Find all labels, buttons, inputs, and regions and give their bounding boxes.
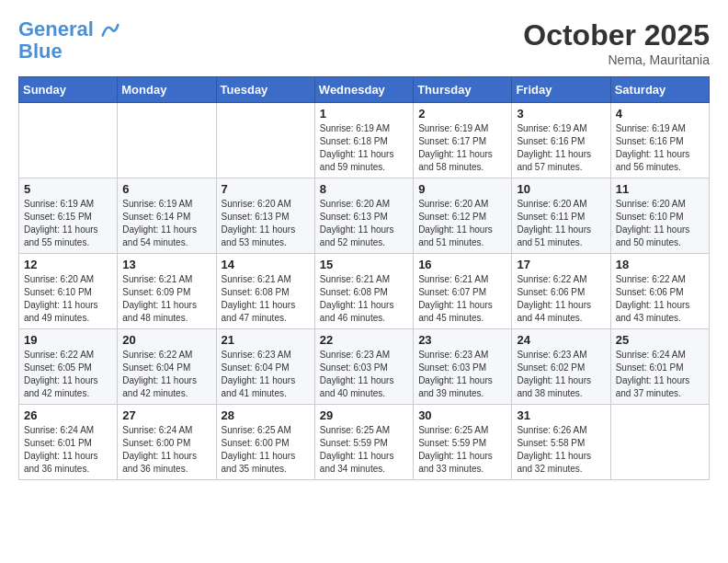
day-number: 31 <box>517 408 605 422</box>
calendar-cell: 6Sunrise: 6:19 AMSunset: 6:14 PMDaylight… <box>118 178 216 254</box>
calendar-cell <box>216 103 314 178</box>
day-number: 18 <box>616 258 704 271</box>
day-number: 30 <box>418 408 506 422</box>
calendar-week-row: 1Sunrise: 6:19 AMSunset: 6:18 PMDaylight… <box>19 103 710 178</box>
calendar-week-row: 5Sunrise: 6:19 AMSunset: 6:15 PMDaylight… <box>19 178 710 254</box>
weekday-header: Sunday <box>19 77 118 103</box>
day-info: Sunrise: 6:23 AMSunset: 6:02 PMDaylight:… <box>517 349 605 400</box>
day-info: Sunrise: 6:19 AMSunset: 6:15 PMDaylight:… <box>24 198 112 249</box>
day-number: 3 <box>517 107 605 121</box>
day-info: Sunrise: 6:25 AMSunset: 6:00 PMDaylight:… <box>222 424 310 476</box>
day-info: Sunrise: 6:20 AMSunset: 6:10 PMDaylight:… <box>24 273 112 325</box>
calendar-week-row: 19Sunrise: 6:22 AMSunset: 6:05 PMDayligh… <box>19 329 710 405</box>
day-info: Sunrise: 6:21 AMSunset: 6:08 PMDaylight:… <box>222 273 310 325</box>
calendar-cell: 10Sunrise: 6:20 AMSunset: 6:11 PMDayligh… <box>512 178 610 254</box>
calendar-cell: 5Sunrise: 6:19 AMSunset: 6:15 PMDaylight… <box>19 178 118 254</box>
day-number: 17 <box>517 258 605 271</box>
calendar-cell: 25Sunrise: 6:24 AMSunset: 6:01 PMDayligh… <box>610 329 709 405</box>
calendar-cell <box>118 103 216 178</box>
calendar-cell: 22Sunrise: 6:23 AMSunset: 6:03 PMDayligh… <box>314 329 413 405</box>
weekday-header: Saturday <box>610 77 709 103</box>
day-number: 6 <box>122 182 210 196</box>
day-info: Sunrise: 6:19 AMSunset: 6:18 PMDaylight:… <box>320 122 408 174</box>
calendar-cell: 3Sunrise: 6:19 AMSunset: 6:16 PMDaylight… <box>512 103 610 178</box>
day-number: 4 <box>616 107 704 121</box>
day-info: Sunrise: 6:23 AMSunset: 6:03 PMDaylight:… <box>320 349 408 400</box>
calendar-cell: 18Sunrise: 6:22 AMSunset: 6:06 PMDayligh… <box>610 254 709 329</box>
calendar-cell: 16Sunrise: 6:21 AMSunset: 6:07 PMDayligh… <box>414 254 512 329</box>
day-number: 10 <box>517 182 605 196</box>
calendar-cell: 8Sunrise: 6:20 AMSunset: 6:13 PMDaylight… <box>314 178 413 254</box>
day-info: Sunrise: 6:21 AMSunset: 6:07 PMDaylight:… <box>418 273 506 325</box>
weekday-header: Tuesday <box>216 77 314 103</box>
day-info: Sunrise: 6:26 AMSunset: 5:58 PMDaylight:… <box>517 424 605 476</box>
day-info: Sunrise: 6:20 AMSunset: 6:13 PMDaylight:… <box>320 198 408 249</box>
day-info: Sunrise: 6:23 AMSunset: 6:04 PMDaylight:… <box>222 349 310 400</box>
day-number: 22 <box>320 333 408 347</box>
calendar-cell: 1Sunrise: 6:19 AMSunset: 6:18 PMDaylight… <box>314 103 413 178</box>
calendar-cell: 14Sunrise: 6:21 AMSunset: 6:08 PMDayligh… <box>216 254 314 329</box>
day-number: 8 <box>320 182 408 196</box>
calendar-table: SundayMondayTuesdayWednesdayThursdayFrid… <box>18 76 710 480</box>
weekday-header: Friday <box>512 77 610 103</box>
weekday-header: Wednesday <box>314 77 413 103</box>
calendar-cell: 7Sunrise: 6:20 AMSunset: 6:13 PMDaylight… <box>216 178 314 254</box>
calendar-cell: 28Sunrise: 6:25 AMSunset: 6:00 PMDayligh… <box>216 405 314 480</box>
header-row: SundayMondayTuesdayWednesdayThursdayFrid… <box>19 77 710 103</box>
logo: General Blue <box>18 18 119 63</box>
day-number: 1 <box>320 107 408 121</box>
day-number: 24 <box>517 333 605 347</box>
day-number: 7 <box>222 182 310 196</box>
calendar-cell: 29Sunrise: 6:25 AMSunset: 5:59 PMDayligh… <box>314 405 413 480</box>
calendar-cell: 2Sunrise: 6:19 AMSunset: 6:17 PMDaylight… <box>414 103 512 178</box>
calendar-cell: 12Sunrise: 6:20 AMSunset: 6:10 PMDayligh… <box>19 254 118 329</box>
day-info: Sunrise: 6:20 AMSunset: 6:11 PMDaylight:… <box>517 198 605 249</box>
title-block: October 2025 Nema, Mauritania <box>523 18 710 67</box>
day-number: 11 <box>616 182 704 196</box>
calendar-cell: 19Sunrise: 6:22 AMSunset: 6:05 PMDayligh… <box>19 329 118 405</box>
day-info: Sunrise: 6:20 AMSunset: 6:12 PMDaylight:… <box>418 198 506 249</box>
day-number: 9 <box>418 182 506 196</box>
day-number: 15 <box>320 258 408 271</box>
location: Nema, Mauritania <box>523 52 710 67</box>
weekday-header: Thursday <box>414 77 512 103</box>
calendar-cell: 27Sunrise: 6:24 AMSunset: 6:00 PMDayligh… <box>118 405 216 480</box>
day-number: 14 <box>222 258 310 271</box>
calendar-cell: 17Sunrise: 6:22 AMSunset: 6:06 PMDayligh… <box>512 254 610 329</box>
day-number: 26 <box>24 408 112 422</box>
calendar-cell: 13Sunrise: 6:21 AMSunset: 6:09 PMDayligh… <box>118 254 216 329</box>
day-info: Sunrise: 6:23 AMSunset: 6:03 PMDaylight:… <box>418 349 506 400</box>
day-info: Sunrise: 6:19 AMSunset: 6:16 PMDaylight:… <box>616 122 704 174</box>
day-number: 28 <box>222 408 310 422</box>
day-info: Sunrise: 6:25 AMSunset: 5:59 PMDaylight:… <box>418 424 506 476</box>
day-number: 12 <box>24 258 112 271</box>
calendar-cell: 9Sunrise: 6:20 AMSunset: 6:12 PMDaylight… <box>414 178 512 254</box>
day-info: Sunrise: 6:22 AMSunset: 6:04 PMDaylight:… <box>122 349 210 400</box>
calendar-cell: 20Sunrise: 6:22 AMSunset: 6:04 PMDayligh… <box>118 329 216 405</box>
day-number: 20 <box>122 333 210 347</box>
day-number: 21 <box>222 333 310 347</box>
calendar-week-row: 26Sunrise: 6:24 AMSunset: 6:01 PMDayligh… <box>19 405 710 480</box>
day-number: 16 <box>418 258 506 271</box>
day-number: 25 <box>616 333 704 347</box>
day-info: Sunrise: 6:21 AMSunset: 6:09 PMDaylight:… <box>122 273 210 325</box>
calendar-cell: 23Sunrise: 6:23 AMSunset: 6:03 PMDayligh… <box>414 329 512 405</box>
logo-text: General <box>18 18 119 40</box>
day-info: Sunrise: 6:22 AMSunset: 6:06 PMDaylight:… <box>517 273 605 325</box>
day-info: Sunrise: 6:24 AMSunset: 6:00 PMDaylight:… <box>122 424 210 476</box>
day-info: Sunrise: 6:20 AMSunset: 6:10 PMDaylight:… <box>616 198 704 249</box>
day-number: 29 <box>320 408 408 422</box>
day-info: Sunrise: 6:25 AMSunset: 5:59 PMDaylight:… <box>320 424 408 476</box>
calendar-cell: 30Sunrise: 6:25 AMSunset: 5:59 PMDayligh… <box>414 405 512 480</box>
day-number: 27 <box>122 408 210 422</box>
calendar-cell: 26Sunrise: 6:24 AMSunset: 6:01 PMDayligh… <box>19 405 118 480</box>
day-info: Sunrise: 6:19 AMSunset: 6:14 PMDaylight:… <box>122 198 210 249</box>
weekday-header: Monday <box>118 77 216 103</box>
calendar-body: 1Sunrise: 6:19 AMSunset: 6:18 PMDaylight… <box>19 103 710 480</box>
calendar-cell: 15Sunrise: 6:21 AMSunset: 6:08 PMDayligh… <box>314 254 413 329</box>
day-number: 5 <box>24 182 112 196</box>
calendar-cell: 31Sunrise: 6:26 AMSunset: 5:58 PMDayligh… <box>512 405 610 480</box>
day-info: Sunrise: 6:24 AMSunset: 6:01 PMDaylight:… <box>616 349 704 400</box>
day-number: 23 <box>418 333 506 347</box>
calendar-header: SundayMondayTuesdayWednesdayThursdayFrid… <box>19 77 710 103</box>
